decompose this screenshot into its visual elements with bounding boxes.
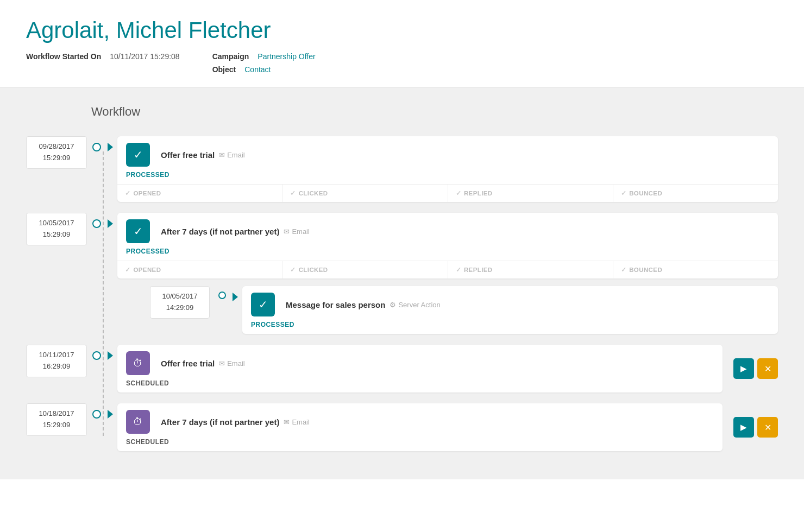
cancel-button-3[interactable]: ✕ — [757, 358, 778, 379]
dot-3 — [92, 345, 103, 360]
server-icon: ⚙ — [390, 301, 396, 309]
workflow-item-1: 09/28/2017 15:29:09 ✓ Offer free trial ✉… — [26, 136, 778, 202]
dot-circle-2 — [92, 219, 101, 228]
date-line2-3: 16:29:09 — [32, 361, 81, 372]
card-1: ✓ Offer free trial ✉ Email PROCESSED ✓ O… — [117, 136, 778, 202]
play-button-4[interactable]: ▶ — [733, 417, 754, 438]
sub-date-line1: 10/05/2017 — [156, 291, 204, 302]
status-text-1: PROCESSED — [126, 171, 169, 179]
type-label-4: Email — [292, 418, 310, 426]
card-2: ✓ After 7 days (if not partner yet) ✉ Em… — [117, 213, 778, 278]
date-line1-1: 09/28/2017 — [32, 141, 81, 153]
object-label: Object — [212, 65, 236, 74]
card-type-2: ✉ Email — [284, 227, 310, 236]
workflow-started-label: Workflow Started On — [26, 52, 101, 61]
stat-check-clicked-2: ✓ — [290, 266, 296, 274]
card-4: ⏱ After 7 days (if not partner yet) ✉ Em… — [117, 403, 723, 451]
status-text-3: SCHEDULED — [126, 379, 169, 387]
sub-card-type: ⚙ Server Action — [390, 301, 440, 309]
date-line2-4: 15:29:09 — [32, 420, 81, 431]
dot-circle-3 — [92, 351, 101, 360]
clock-icon-3: ⏱ — [133, 358, 143, 369]
card-type-1: ✉ Email — [219, 151, 245, 159]
stat-label-opened-2: OPENED — [133, 267, 161, 273]
card-top-1: ✓ Offer free trial ✉ Email — [117, 136, 778, 170]
type-label-2: Email — [292, 227, 310, 236]
status-icon-2: ✓ — [126, 219, 150, 243]
sub-dot-circle — [218, 292, 226, 299]
card-type-4: ✉ Email — [284, 418, 310, 426]
check-icon-2: ✓ — [134, 225, 143, 238]
date-line1-2: 10/05/2017 — [32, 218, 81, 229]
header: Agrolait, Michel Fletcher Workflow Start… — [0, 0, 804, 87]
envelope-icon-3: ✉ — [219, 359, 225, 368]
arrow-4 — [108, 410, 113, 419]
workflow-started-value: 10/11/2017 15:29:08 — [110, 52, 179, 61]
dot-2 — [92, 213, 103, 228]
campaign-label: Campaign — [212, 52, 249, 61]
card-row-3: ⏱ Offer free trial ✉ Email SCHEDULED ▶ — [117, 345, 778, 392]
date-line2-2: 15:29:09 — [32, 229, 81, 240]
card-status-1: PROCESSED — [117, 170, 778, 184]
stat-replied-1: ✓ REPLIED — [448, 185, 613, 202]
card-top-3: ⏱ Offer free trial ✉ Email — [117, 345, 723, 378]
stat-label-clicked-1: CLICKED — [299, 190, 328, 197]
card-status-2: PROCESSED — [117, 246, 778, 261]
check-icon-1: ✓ — [134, 148, 143, 161]
date-box-3: 10/11/2017 16:29:09 — [26, 345, 87, 377]
stat-check-opened-2: ✓ — [125, 266, 130, 274]
workflow-item-4: 10/18/2017 15:29:09 ⏱ After 7 days (if n… — [26, 403, 778, 451]
stat-clicked-2: ✓ CLICKED — [282, 261, 448, 278]
card-top-2: ✓ After 7 days (if not partner yet) ✉ Em… — [117, 213, 778, 246]
page-title: Agrolait, Michel Fletcher — [26, 17, 778, 43]
dot-circle-4 — [92, 410, 101, 419]
envelope-icon-4: ✉ — [284, 418, 290, 426]
workflow-title: Workflow — [26, 105, 778, 119]
card-title-2: After 7 days (if not partner yet) — [161, 227, 279, 236]
stat-check-bounced-2: ✓ — [621, 266, 626, 274]
stat-bounced-2: ✓ BOUNCED — [613, 261, 778, 278]
status-text-4: SCHEDULED — [126, 438, 169, 446]
stats-row-2: ✓ OPENED ✓ CLICKED ✓ REPLIED ✓ — [117, 261, 778, 278]
sub-card-status: PROCESSED — [242, 320, 778, 334]
card-status-3: SCHEDULED — [117, 378, 723, 392]
date-line1-3: 10/11/2017 — [32, 350, 81, 361]
date-box-1: 09/28/2017 15:29:09 — [26, 136, 87, 169]
stat-label-replied-1: REPLIED — [464, 190, 493, 197]
stat-clicked-1: ✓ CLICKED — [282, 185, 448, 202]
stats-row-1: ✓ OPENED ✓ CLICKED ✓ REPLIED ✓ BOUNCED — [117, 184, 778, 202]
status-icon-4: ⏱ — [126, 410, 150, 434]
date-line1-4: 10/18/2017 — [32, 408, 81, 420]
stat-bounced-1: ✓ BOUNCED — [613, 185, 778, 202]
clock-icon-4: ⏱ — [133, 416, 143, 428]
cancel-button-4[interactable]: ✕ — [757, 417, 778, 438]
stat-label-replied-2: REPLIED — [464, 267, 493, 273]
card-row-4: ⏱ After 7 days (if not partner yet) ✉ Em… — [117, 403, 778, 451]
type-label-3: Email — [227, 359, 245, 368]
stat-label-clicked-2: CLICKED — [299, 267, 328, 273]
stat-check-replied-2: ✓ — [456, 266, 461, 274]
status-icon-1: ✓ — [126, 143, 150, 167]
object-link[interactable]: Contact — [244, 65, 271, 74]
card-title-1: Offer free trial — [161, 150, 215, 160]
sub-status-text: PROCESSED — [251, 321, 294, 328]
campaign-link[interactable]: Partnership Offer — [257, 52, 315, 61]
type-label-1: Email — [227, 151, 245, 159]
sub-arrow — [233, 293, 238, 301]
sub-status-icon: ✓ — [251, 293, 275, 316]
stat-check-bounced-1: ✓ — [621, 189, 626, 197]
stat-check-opened-1: ✓ — [125, 189, 130, 197]
dot-circle-1 — [92, 143, 101, 151]
sub-date-box: 10/05/2017 14:29:09 — [150, 286, 210, 319]
card-3: ⏱ Offer free trial ✉ Email SCHEDULED — [117, 345, 723, 392]
timeline-wrapper: 09/28/2017 15:29:09 ✓ Offer free trial ✉… — [26, 136, 778, 451]
sub-dot — [215, 292, 229, 299]
stat-replied-2: ✓ REPLIED — [448, 261, 613, 278]
actions-3: ▶ ✕ — [733, 358, 778, 379]
date-box-4: 10/18/2017 15:29:09 — [26, 403, 87, 436]
stat-opened-1: ✓ OPENED — [117, 185, 282, 202]
play-button-3[interactable]: ▶ — [733, 358, 754, 379]
arrow-3 — [108, 351, 113, 360]
card-status-4: SCHEDULED — [117, 437, 723, 451]
workflow-item-3: 10/11/2017 16:29:09 ⏱ Offer free trial ✉ — [26, 345, 778, 392]
